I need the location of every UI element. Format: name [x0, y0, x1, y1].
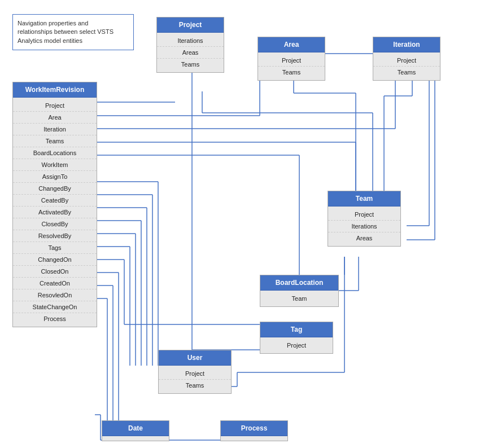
entity-team-header: Team [328, 191, 400, 207]
wir-row-7: ChangedBy [13, 183, 97, 195]
entity-process: Process [220, 420, 288, 441]
entity-project: Project Iterations Areas Teams [156, 17, 224, 73]
wir-row-12: Tags [13, 242, 97, 254]
entity-tag-header: Tag [260, 322, 333, 337]
wir-row-2: Iteration [13, 124, 97, 135]
note-box: Navigation properties and relationships … [12, 14, 134, 50]
entity-wir-header: WorkItemRevision [13, 82, 97, 98]
entity-area-body: Project Teams [258, 52, 325, 80]
area-row-teams: Teams [258, 67, 325, 78]
iteration-row-teams: Teams [373, 67, 440, 78]
wir-row-15: CreatedOn [13, 278, 97, 289]
entity-date-body [102, 436, 169, 441]
note-text: Navigation properties and relationships … [18, 20, 114, 44]
wir-row-6: AssignTo [13, 171, 97, 183]
wir-row-11: ResolvedBy [13, 230, 97, 242]
diagram-canvas: Navigation properties and relationships … [0, 0, 480, 448]
entity-team-body: Project Iterations Areas [328, 207, 400, 246]
user-row-teams: Teams [159, 380, 231, 391]
entity-tag-body: Project [260, 337, 333, 353]
wir-row-18: Process [13, 313, 97, 324]
wir-row-13: ChangedOn [13, 254, 97, 266]
entity-date: Date [102, 420, 169, 441]
entity-boardlocation: BoardLocation Team [260, 275, 339, 307]
wir-row-14: ClosedOn [13, 266, 97, 278]
user-row-project: Project [159, 368, 231, 380]
entity-team: Team Project Iterations Areas [328, 191, 401, 247]
entity-date-header: Date [102, 421, 169, 436]
team-row-project: Project [328, 209, 400, 221]
entity-project-header: Project [157, 17, 224, 33]
entity-project-body: Iterations Areas Teams [157, 33, 224, 72]
team-row-areas: Areas [328, 232, 400, 244]
entity-wir-body: Project Area Iteration Teams BoardLocati… [13, 98, 97, 327]
wir-row-1: Area [13, 112, 97, 124]
iteration-row-project: Project [373, 55, 440, 67]
project-row-areas: Areas [157, 47, 224, 59]
entity-iteration-body: Project Teams [373, 52, 440, 80]
team-row-iterations: Iterations [328, 221, 400, 232]
entity-iteration-header: Iteration [373, 37, 440, 52]
wir-row-16: ResovledOn [13, 289, 97, 301]
entity-tag: Tag Project [260, 322, 333, 354]
wir-row-0: Project [13, 100, 97, 112]
wir-row-10: ClosedBy [13, 218, 97, 230]
entity-area-header: Area [258, 37, 325, 52]
entity-user-header: User [159, 350, 231, 366]
wir-row-8: CeatedBy [13, 195, 97, 207]
entity-iteration: Iteration Project Teams [373, 37, 440, 81]
wir-row-5: WorkItem [13, 159, 97, 171]
entity-process-body [221, 436, 287, 441]
entity-bl-header: BoardLocation [260, 275, 338, 291]
area-row-project: Project [258, 55, 325, 67]
entity-process-header: Process [221, 421, 287, 436]
wir-row-9: ActivatedBy [13, 207, 97, 218]
entity-user: User Project Teams [158, 350, 232, 394]
project-row-iterations: Iterations [157, 35, 224, 47]
bl-row-team: Team [260, 293, 338, 304]
project-row-teams: Teams [157, 59, 224, 70]
wir-row-4: BoardLocations [13, 147, 97, 159]
entity-workitemrevision: WorkItemRevision Project Area Iteration … [12, 82, 97, 327]
wir-row-3: Teams [13, 135, 97, 147]
entity-area: Area Project Teams [258, 37, 325, 81]
wir-row-17: StateChangeOn [13, 301, 97, 313]
tag-row-project: Project [260, 340, 333, 351]
entity-bl-body: Team [260, 291, 338, 306]
entity-user-body: Project Teams [159, 366, 231, 393]
